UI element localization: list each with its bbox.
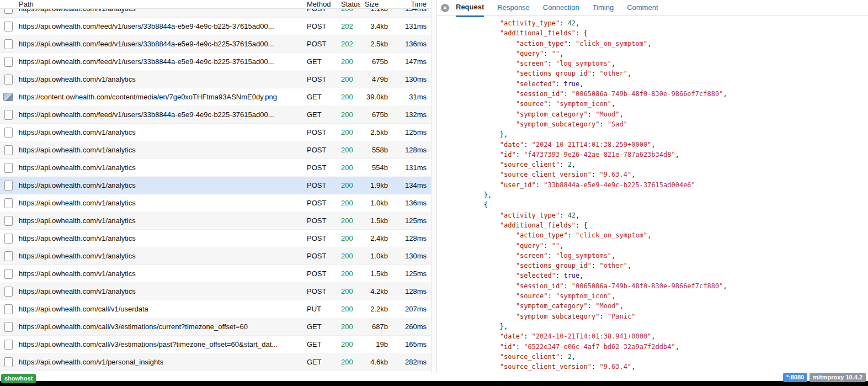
document-icon xyxy=(0,22,17,31)
request-body[interactable]: "activity_type": 42, "additional_fields"… xyxy=(437,16,868,373)
flow-row[interactable]: https://api.owhealth.com/call/v3/estimat… xyxy=(0,336,431,353)
flow-time: 128ms xyxy=(392,287,431,295)
showhost-badge[interactable]: showhost xyxy=(1,374,36,383)
flow-path: https://api.owhealth.com/v1/analytics xyxy=(17,181,302,189)
column-header-time[interactable]: Time xyxy=(392,0,431,8)
document-icon xyxy=(4,39,13,49)
flow-row[interactable]: https://api.owhealth.com/v1/analyticsPOS… xyxy=(0,283,431,300)
flow-size: 554b xyxy=(360,163,392,172)
flow-list-panel: PathMethodStatusSizeTime https://api.owh… xyxy=(0,0,431,373)
flow-path: https://api.owhealth.com/v1/analytics xyxy=(17,75,302,83)
document-icon xyxy=(4,198,13,208)
flow-row[interactable]: https://api.owhealth.com/v1/analyticsPOS… xyxy=(0,141,431,159)
flow-time: 207ms xyxy=(392,305,431,313)
document-icon xyxy=(0,75,17,84)
document-icon xyxy=(0,128,17,138)
flow-time: 125ms xyxy=(392,269,431,278)
tab-comment[interactable]: Comment xyxy=(627,0,658,15)
flow-size: 558b xyxy=(360,146,392,154)
flow-row[interactable]: https://api.owhealth.com/call/v3/estimat… xyxy=(0,318,431,336)
flow-detail-panel: × RequestResponseConnectionTimingComment… xyxy=(436,0,868,373)
flow-status: 200 xyxy=(336,287,360,295)
flow-status: 200 xyxy=(336,110,360,119)
document-icon xyxy=(4,216,13,226)
flow-row[interactable]: https://api.owhealth.com/v1/analyticsPOS… xyxy=(0,265,431,283)
flow-time: 31ms xyxy=(392,93,431,101)
document-icon xyxy=(4,181,13,191)
document-icon xyxy=(0,163,17,173)
flow-list-scrollbar[interactable] xyxy=(431,0,436,373)
flow-size: 4.2kb xyxy=(360,287,392,295)
flow-status: 200 xyxy=(336,181,360,189)
flow-path: https://api.owhealth.com/call/v3/estimat… xyxy=(17,340,302,348)
flow-size: 4.6kb xyxy=(360,358,392,366)
flow-row[interactable]: https://api.owhealth.com/v1/analyticsPOS… xyxy=(0,230,431,247)
flow-status: 200 xyxy=(336,252,360,260)
flow-row[interactable]: https://api.owhealth.com/v1/analyticsPOS… xyxy=(0,194,431,212)
flow-size: 1.0kb xyxy=(360,252,392,260)
flow-method: POST xyxy=(302,216,336,225)
flow-path: https://api.owhealth.com/v1/analytics xyxy=(17,163,302,172)
tab-connection[interactable]: Connection xyxy=(543,0,579,15)
document-icon xyxy=(0,234,17,244)
document-icon xyxy=(0,198,17,208)
flow-row[interactable]: https://content.owhealth.com/content/med… xyxy=(0,88,431,106)
flow-status: 200 xyxy=(336,128,360,136)
tab-response[interactable]: Response xyxy=(497,0,530,15)
document-icon xyxy=(4,234,13,244)
flow-time: 131ms xyxy=(392,163,431,172)
tab-timing[interactable]: Timing xyxy=(593,0,614,15)
flow-size: 1.0kb xyxy=(360,199,392,207)
flow-size: 2.2kb xyxy=(360,305,392,313)
flow-size: 39.0kb xyxy=(360,93,392,101)
flow-row[interactable]: https://api.owhealth.com/v1/analyticsPOS… xyxy=(0,71,431,88)
document-icon xyxy=(0,181,17,191)
flow-path: https://api.owhealth.com/feed/v1/users/3… xyxy=(17,110,302,119)
flow-method: GET xyxy=(302,358,336,366)
flow-row[interactable]: https://api.owhealth.com/v1/analyticsPOS… xyxy=(0,124,431,141)
flow-time: 165ms xyxy=(392,340,431,348)
column-header-status[interactable]: Status xyxy=(336,0,360,8)
flow-size: 675b xyxy=(360,110,392,119)
flow-row[interactable]: https://api.owhealth.com/v1/analyticsPOS… xyxy=(0,212,431,230)
flow-row[interactable]: https://api.owhealth.com/v1/analyticsPOS… xyxy=(0,177,431,194)
document-icon xyxy=(0,39,17,49)
document-icon xyxy=(0,251,17,261)
flow-status: 200 xyxy=(336,163,360,172)
flow-row[interactable]: https://api.owhealth.com/v1/analyticsPOS… xyxy=(0,159,431,177)
close-flow-icon[interactable]: × xyxy=(441,4,449,12)
flow-row[interactable]: https://api.owhealth.com/v1/analyticsPOS… xyxy=(0,247,431,265)
column-header-method[interactable]: Method xyxy=(302,0,336,8)
document-icon xyxy=(0,340,17,350)
document-icon xyxy=(4,110,13,120)
document-icon xyxy=(0,287,17,297)
document-icon xyxy=(4,357,13,367)
flow-status: 200 xyxy=(336,269,360,278)
flow-row[interactable]: https://api.owhealth.com/call/v1/userdat… xyxy=(0,300,431,318)
flow-row[interactable]: https://api.owhealth.com/v1/personal_ins… xyxy=(0,353,431,371)
flow-row[interactable]: https://api.owhealth.com/feed/v1/users/3… xyxy=(0,106,431,124)
flow-time: 136ms xyxy=(392,199,431,207)
flow-time: 282ms xyxy=(392,358,431,366)
document-icon xyxy=(4,128,13,138)
flow-row[interactable]: https://api.owhealth.com/feed/v1/users/3… xyxy=(0,35,431,53)
tab-request[interactable]: Request xyxy=(456,0,484,17)
column-header-path[interactable]: Path xyxy=(17,0,302,8)
flow-method: POST xyxy=(302,128,336,136)
main-split: PathMethodStatusSizeTime https://api.owh… xyxy=(0,0,868,373)
flow-time: 125ms xyxy=(392,128,431,136)
document-icon xyxy=(0,322,17,332)
column-header-size[interactable]: Size xyxy=(360,0,392,8)
flow-row[interactable]: https://api.owhealth.com/feed/v1/users/3… xyxy=(0,53,431,71)
flow-method: POST xyxy=(302,234,336,242)
flow-list-header: PathMethodStatusSizeTime xyxy=(0,0,431,9)
detail-tabs: RequestResponseConnectionTimingComment xyxy=(456,0,658,15)
document-icon xyxy=(0,269,17,279)
flow-method: POST xyxy=(302,199,336,207)
document-icon xyxy=(0,216,17,226)
flow-row[interactable]: https://api.owhealth.com/feed/v1/users/3… xyxy=(0,371,431,373)
flow-path: https://api.owhealth.com/v1/analytics xyxy=(17,252,302,260)
flow-row[interactable]: https://api.owhealth.com/feed/v1/users/3… xyxy=(0,18,431,35)
flow-status: 200 xyxy=(336,216,360,225)
flow-path: https://content.owhealth.com/content/med… xyxy=(17,93,302,101)
